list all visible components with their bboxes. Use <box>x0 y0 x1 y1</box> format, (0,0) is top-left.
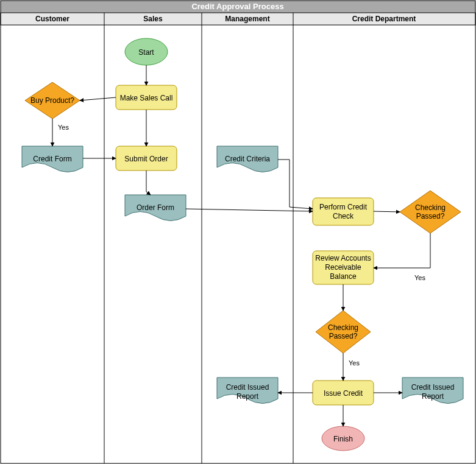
diagram-title: Credit Approval Process <box>191 2 283 11</box>
node-issue-credit-label: Issue Credit <box>324 389 363 398</box>
node-checking-passed-1-label2: Passed? <box>416 212 445 220</box>
node-order-form-label: Order Form <box>137 203 174 212</box>
credit-approval-swimlane: Credit Approval Process Customer Sales M… <box>0 0 476 464</box>
edge-order-form-to-perform-credit-check <box>186 209 313 211</box>
edge-make-sales-call-to-buy-product <box>80 97 116 100</box>
lane-label-credit-department: Credit Department <box>352 15 416 23</box>
node-make-sales-call-label: Make Sales Call <box>120 94 173 102</box>
edge-submit-order-to-order-form <box>146 170 151 195</box>
node-checking-passed-2-label1: Checking <box>328 323 358 332</box>
node-start-label: Start <box>138 48 154 57</box>
node-perform-credit-check-label1: Perform Credit <box>319 203 368 211</box>
node-checking-passed-1-label1: Checking <box>415 203 446 212</box>
lane-label-sales: Sales <box>143 15 163 23</box>
node-credit-form-label: Credit Form <box>33 155 71 163</box>
node-review-ar-label2: Receivable <box>325 263 361 272</box>
node-credit-criteria-label: Credit Criteria <box>225 155 270 163</box>
node-finish-label: Finish <box>333 435 353 443</box>
node-review-ar-label3: Balance <box>330 272 357 281</box>
edge-checking-passed-2-yes-label: Yes <box>349 359 360 367</box>
node-checking-passed-2-label2: Passed? <box>329 332 358 340</box>
node-credit-issued-report-1-label2: Report <box>236 392 259 401</box>
edge-perform-credit-check-to-checking-passed-1 <box>374 211 400 212</box>
node-perform-credit-check-label2: Check <box>333 212 354 220</box>
edge-buy-product-yes-label: Yes <box>58 124 69 131</box>
edge-checking-passed-1-to-review-ar <box>374 233 430 268</box>
node-credit-issued-report-2-label1: Credit Issued <box>411 383 455 392</box>
node-review-ar-label1: Review Accounts <box>315 254 371 262</box>
edge-checking-passed-1-yes-label: Yes <box>414 274 425 281</box>
node-submit-order-label: Submit Order <box>124 155 168 163</box>
node-buy-product-label: Buy Product? <box>30 96 74 105</box>
edge-credit-criteria-to-perform-credit-check <box>278 160 313 209</box>
lane-label-management: Management <box>225 15 269 23</box>
node-credit-issued-report-2-label2: Report <box>422 392 444 401</box>
node-credit-issued-report-1-label1: Credit Issued <box>226 383 269 392</box>
lane-label-customer: Customer <box>35 15 69 23</box>
